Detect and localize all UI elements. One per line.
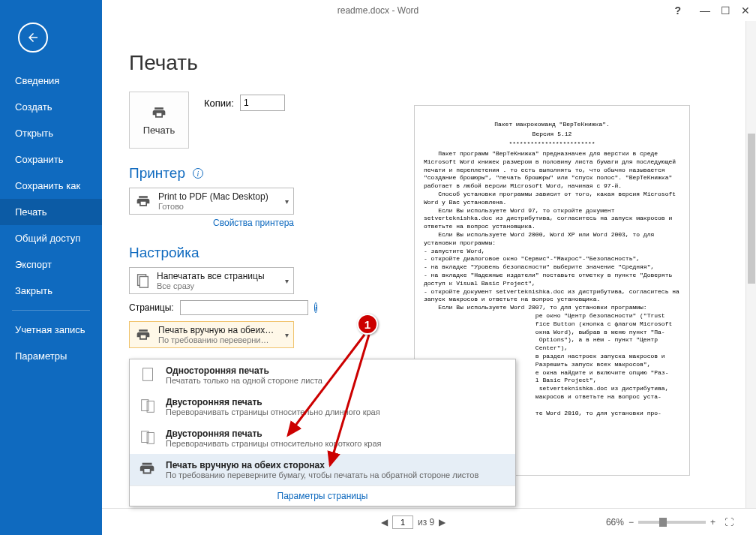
info-icon[interactable]: i — [193, 168, 203, 179]
pages-range-label: Страницы: — [129, 302, 174, 313]
nav2-item-1[interactable]: Параметры — [0, 343, 102, 369]
duplex-option-1[interactable]: Двусторонняя печатьПереворачивать страни… — [130, 391, 515, 422]
zoom-in-icon[interactable]: + — [710, 517, 716, 527]
zoom-slider[interactable] — [638, 521, 706, 524]
printer-status: Готово — [158, 202, 279, 211]
copies-label: Копии: — [204, 98, 234, 109]
printer-select[interactable]: Print to PDF (Mac Desktop) Готово ▾ — [129, 188, 294, 215]
backstage-sidebar: СведенияСоздатьОткрытьСохранитьСохранить… — [0, 0, 102, 535]
option-icon — [137, 428, 158, 446]
zoom-controls: 66% − + ⛶ — [606, 517, 734, 527]
footer: ◀ из 9 ▶ 66% − + ⛶ — [102, 508, 756, 535]
titlebar: readme.docx - Word ? — ☐ ✕ — [0, 0, 756, 21]
chevron-down-icon: ▾ — [285, 277, 289, 285]
nav-item-0[interactable]: Сведения — [0, 68, 102, 94]
svg-rect-2 — [143, 368, 153, 381]
nav-item-8[interactable]: Закрыть — [0, 278, 102, 304]
option-icon — [137, 460, 158, 478]
pages-range-input[interactable] — [180, 300, 308, 315]
close-icon[interactable]: ✕ — [741, 5, 750, 17]
nav-item-2[interactable]: Открыть — [0, 120, 102, 146]
page-navigator: ◀ из 9 ▶ — [381, 515, 446, 529]
print-button[interactable]: Печать — [129, 92, 189, 149]
chevron-down-icon: ▾ — [285, 197, 289, 206]
window-controls: — ☐ ✕ — [700, 5, 750, 17]
printer-icon — [134, 194, 152, 209]
option-icon — [137, 397, 158, 415]
nav-item-7[interactable]: Экспорт — [0, 251, 102, 278]
nav-item-3[interactable]: Сохранить — [0, 146, 102, 173]
duplex-select[interactable]: Печать вручную на обеих… По требованию п… — [129, 321, 294, 348]
copies-input[interactable] — [240, 95, 285, 111]
svg-rect-1 — [140, 277, 148, 288]
next-page-icon[interactable]: ▶ — [439, 517, 446, 527]
vertical-scrollbar[interactable] — [746, 21, 756, 535]
nav2-item-0[interactable]: Учетная запись — [0, 317, 102, 343]
printer-name: Print to PDF (Mac Desktop) — [158, 191, 279, 202]
duplex-option-0[interactable]: Односторонняя печатьПечатать только на о… — [130, 359, 515, 391]
back-button[interactable] — [18, 23, 48, 53]
minimize-icon[interactable]: — — [700, 5, 710, 17]
page-total: из 9 — [418, 517, 434, 527]
zoom-out-icon[interactable]: − — [628, 517, 634, 527]
nav-item-4[interactable]: Сохранить как — [0, 173, 102, 199]
nav-item-5[interactable]: Печать — [0, 199, 102, 225]
printer-duplex-icon — [134, 327, 152, 342]
nav-item-1[interactable]: Создать — [0, 94, 102, 120]
help-icon[interactable]: ? — [674, 5, 681, 17]
current-page-input[interactable] — [392, 515, 413, 529]
window-title: readme.docx - Word — [338, 5, 419, 16]
page-title: Печать — [129, 51, 756, 75]
fit-page-icon[interactable]: ⛶ — [724, 517, 734, 527]
zoom-level: 66% — [606, 517, 624, 527]
duplex-dropdown: Односторонняя печатьПечатать только на о… — [129, 359, 516, 506]
page-setup-link[interactable]: Параметры страницы — [130, 485, 515, 506]
printer-icon — [150, 105, 168, 120]
print-scope-select[interactable]: Напечатать все страницы Все сразу ▾ — [129, 267, 294, 294]
duplex-option-3[interactable]: Печать вручную на обеих сторонахПо требо… — [130, 454, 515, 485]
prev-page-icon[interactable]: ◀ — [381, 517, 388, 527]
chevron-down-icon: ▾ — [285, 331, 289, 339]
info-icon[interactable]: i — [314, 302, 318, 313]
duplex-option-2[interactable]: Двусторонняя печатьПереворачивать страни… — [130, 422, 515, 454]
print-button-label: Печать — [143, 125, 176, 136]
restore-icon[interactable]: ☐ — [721, 5, 730, 17]
nav-item-6[interactable]: Общий доступ — [0, 225, 102, 251]
option-icon — [137, 365, 158, 383]
annotation-badge-1: 1 — [357, 314, 378, 335]
pages-icon — [134, 272, 151, 289]
printer-properties-link[interactable]: Свойства принтера — [129, 218, 294, 228]
